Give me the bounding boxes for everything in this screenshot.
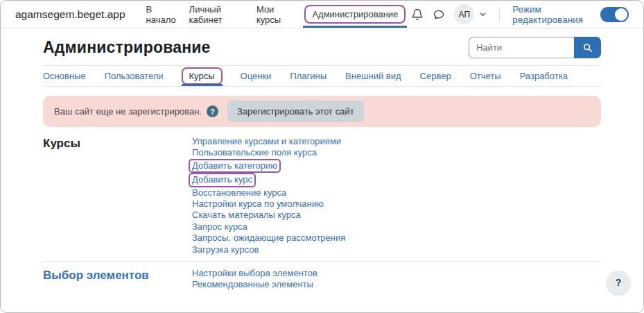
search-icon: [582, 42, 593, 53]
annotation-highlight: Курсы: [182, 67, 223, 85]
top-navbar: agamsegem.beget.app В начало Личный каби…: [1, 1, 643, 28]
link-restore-course[interactable]: Восстановление курса: [192, 187, 286, 198]
tab-reports[interactable]: Отчеты: [470, 66, 501, 86]
vertical-divider: [499, 7, 500, 22]
edit-mode-control: Режим редактирования: [512, 4, 629, 25]
avatar[interactable]: АП: [454, 4, 474, 24]
main-content: Администрирование Основные Пользователи …: [1, 28, 643, 291]
link-course-custom-fields[interactable]: Пользовательские поля курса: [192, 147, 317, 158]
nav-item-dashboard[interactable]: Личный кабинет: [184, 1, 251, 28]
chevron-down-icon: [479, 10, 487, 18]
tab-server[interactable]: Сервер: [420, 66, 451, 86]
search-box: [469, 37, 601, 58]
nav-item-my-courses[interactable]: Мои курсы: [251, 1, 299, 28]
help-icon[interactable]: ?: [207, 105, 218, 117]
section-divider: [43, 261, 601, 262]
link-add-course[interactable]: Добавить курс: [189, 173, 256, 187]
primary-nav: В начало Личный кабинет Мои курсы Админи…: [141, 1, 412, 28]
tab-users[interactable]: Пользователи: [105, 66, 164, 86]
tab-development[interactable]: Разработка: [520, 66, 568, 86]
section-activity-chooser: Выбор элементов Настройки выбора элемент…: [43, 268, 601, 291]
edit-mode-toggle[interactable]: [600, 7, 629, 22]
link-add-category[interactable]: Добавить категорию: [189, 159, 281, 173]
site-not-registered-alert: Ваш сайт еще не зарегистрирован. ? Зарег…: [43, 96, 601, 127]
bell-icon[interactable]: [411, 8, 424, 21]
chat-icon[interactable]: [433, 8, 445, 21]
link-pending-requests[interactable]: Запросы, ожидающие рассмотрения: [192, 232, 345, 244]
page-header: Администрирование: [43, 28, 601, 66]
tab-plugins[interactable]: Плагины: [290, 66, 327, 86]
page-title: Администрирование: [43, 38, 211, 57]
floating-help-button[interactable]: ?: [607, 271, 630, 294]
moodle-admin-page: agamsegem.beget.app В начало Личный каби…: [0, 0, 644, 313]
search-button[interactable]: [574, 37, 601, 58]
search-input[interactable]: [469, 37, 574, 58]
nav-item-home[interactable]: В начало: [141, 1, 184, 28]
annotation-highlight: Администрирование: [304, 5, 406, 24]
link-course-request[interactable]: Запрос курса: [192, 221, 247, 232]
section-links: Управление курсами и категориями Пользов…: [192, 136, 345, 255]
admin-tabs: Основные Пользователи Курсы Оценки Плаги…: [43, 66, 601, 87]
link-download-course-content[interactable]: Скачать материалы курса: [192, 210, 301, 221]
link-upload-courses[interactable]: Загрузка курсов: [192, 244, 259, 255]
section-heading-activity-chooser[interactable]: Выбор элементов: [43, 268, 192, 282]
register-site-button[interactable]: Зарегистрировать этот сайт: [227, 101, 364, 122]
section-links: Настройки выбора элементов Рекомендованн…: [192, 268, 317, 291]
alert-text: Ваш сайт еще не зарегистрирован.: [54, 106, 202, 117]
tab-appearance[interactable]: Внешний вид: [345, 66, 401, 86]
link-course-default-settings[interactable]: Настройки курса по умолчанию: [192, 198, 324, 210]
navbar-right-cluster: АП Режим редактирования: [411, 1, 629, 28]
link-recommended-activities[interactable]: Рекомендованные элементы: [192, 279, 313, 290]
nav-item-administration[interactable]: Администрирование: [299, 1, 411, 28]
link-manage-courses[interactable]: Управление курсами и категориями: [192, 136, 341, 147]
user-menu[interactable]: АП: [454, 4, 487, 24]
edit-mode-label: Режим редактирования: [512, 4, 594, 25]
tab-courses[interactable]: Курсы: [182, 66, 222, 86]
link-activity-chooser-settings[interactable]: Настройки выбора элементов: [192, 268, 317, 279]
site-brand[interactable]: agamsegem.beget.app: [15, 1, 125, 28]
section-heading-courses: Курсы: [43, 136, 192, 151]
section-courses: Курсы Управление курсами и категориями П…: [43, 136, 601, 255]
tab-general[interactable]: Основные: [43, 66, 86, 86]
settings-sections: Курсы Управление курсами и категориями П…: [43, 127, 601, 291]
tab-grades[interactable]: Оценки: [241, 66, 272, 86]
